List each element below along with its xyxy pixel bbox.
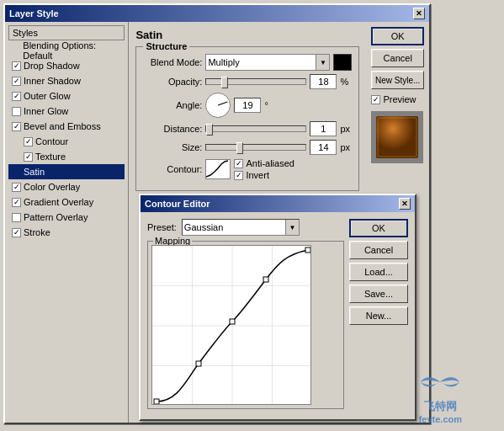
sidebar-item-bevel-emboss[interactable]: Bevel and Emboss: [8, 119, 125, 134]
contour-preview[interactable]: [205, 159, 231, 179]
preset-row: Preset: Gaussian ▼: [147, 219, 344, 236]
invert-label[interactable]: Invert: [234, 170, 294, 180]
sidebar-label-outer-glow: Outer Glow: [24, 91, 71, 101]
svg-rect-10: [230, 319, 235, 324]
svg-rect-9: [196, 361, 201, 366]
anti-aliased-checkbox[interactable]: [234, 159, 243, 168]
contour-close-button[interactable]: ✕: [399, 198, 411, 210]
checkbox-stroke[interactable]: [12, 228, 21, 237]
svg-rect-8: [154, 399, 159, 404]
sidebar-item-gradient-overlay[interactable]: Gradient Overlay: [8, 194, 125, 210]
sidebar-label-blending: Blending Options: Default: [23, 40, 121, 61]
sidebar-label-color-overlay: Color Overlay: [24, 182, 80, 192]
contour-dialog-title: Contour Editor: [145, 199, 210, 209]
sidebar-item-stroke[interactable]: Stroke: [8, 225, 125, 240]
contour-options: Anti-aliased Invert: [234, 158, 294, 180]
contour-save-button[interactable]: Save...: [349, 285, 408, 303]
sidebar-item-pattern-overlay[interactable]: Pattern Overlay: [8, 210, 125, 225]
sidebar-label-pattern-overlay: Pattern Overlay: [24, 212, 88, 222]
dialog-close-button[interactable]: ✕: [413, 8, 425, 19]
checkbox-gradient-overlay[interactable]: [12, 198, 21, 207]
contour-load-button[interactable]: Load...: [349, 263, 408, 281]
mapping-svg: [152, 246, 311, 405]
checkbox-texture[interactable]: [24, 152, 33, 162]
opacity-unit: %: [340, 77, 348, 87]
opacity-label: Opacity:: [143, 77, 202, 87]
cancel-button[interactable]: Cancel: [371, 49, 424, 67]
angle-dial[interactable]: [205, 93, 231, 118]
preset-label: Preset:: [147, 222, 177, 232]
sidebar-item-color-overlay[interactable]: Color Overlay: [8, 179, 125, 194]
dial-indicator: [218, 102, 228, 106]
distance-unit: px: [340, 124, 350, 134]
contour-body: Preset: Gaussian ▼ Mapping: [141, 212, 415, 416]
checkbox-outer-glow[interactable]: [12, 92, 21, 101]
mapping-canvas[interactable]: [151, 245, 311, 405]
anti-aliased-label[interactable]: Anti-aliased: [234, 158, 294, 168]
left-panel: Styles Blending Options: DefaultDrop Sha…: [5, 22, 129, 423]
opacity-slider[interactable]: [205, 78, 306, 85]
blend-color-swatch[interactable]: [333, 54, 352, 71]
sidebar-item-inner-shadow[interactable]: Inner Shadow: [8, 73, 125, 88]
contour-right-panel: OK Cancel Load... Save... New...: [349, 219, 408, 409]
checkbox-color-overlay[interactable]: [12, 183, 21, 192]
styles-header: Styles: [8, 25, 125, 40]
checkbox-inner-shadow[interactable]: [12, 77, 21, 86]
distance-slider[interactable]: [205, 125, 306, 132]
svg-rect-0: [376, 116, 418, 158]
invert-checkbox[interactable]: [234, 171, 243, 180]
anti-aliased-text: Anti-aliased: [246, 158, 294, 168]
sidebar-item-inner-glow[interactable]: Inner Glow: [8, 104, 125, 119]
opacity-row: Opacity: 18 %: [143, 74, 352, 89]
structure-group: Structure Blend Mode: Multiply ▼ Opacity…: [135, 46, 359, 191]
angle-unit: °: [264, 100, 268, 110]
blend-mode-label: Blend Mode:: [143, 57, 202, 67]
distance-thumb[interactable]: [206, 124, 213, 136]
svg-rect-11: [263, 277, 268, 282]
distance-input[interactable]: [310, 121, 337, 136]
preset-dropdown-arrow: ▼: [285, 220, 299, 235]
sidebar-item-outer-glow[interactable]: Outer Glow: [8, 88, 125, 104]
contour-editor-dialog: Contour Editor ✕ Preset: Gaussian ▼ Mapp…: [139, 194, 416, 421]
opacity-thumb[interactable]: [221, 77, 228, 88]
sidebar-label-contour: Contour: [35, 136, 68, 146]
sidebar-label-drop-shadow: Drop Shadow: [24, 61, 80, 71]
sidebar-item-satin[interactable]: Satin: [8, 164, 125, 179]
preview-checkbox[interactable]: [371, 95, 380, 104]
structure-title: Structure: [143, 41, 189, 51]
blend-mode-row: Blend Mode: Multiply ▼: [143, 54, 352, 71]
checkbox-contour[interactable]: [24, 137, 33, 146]
blend-mode-dropdown[interactable]: Multiply ▼: [205, 54, 330, 71]
preview-image: [376, 116, 418, 158]
sidebar-item-texture[interactable]: Texture: [8, 149, 125, 164]
sidebar-item-blending[interactable]: Blending Options: Default: [8, 43, 125, 58]
sidebar-item-contour[interactable]: Contour: [8, 134, 125, 149]
checkbox-pattern-overlay[interactable]: [12, 213, 21, 222]
contour-title-bar: Contour Editor ✕: [141, 195, 415, 212]
preset-dropdown[interactable]: Gaussian ▼: [182, 219, 300, 236]
size-thumb[interactable]: [236, 142, 243, 154]
sidebar-label-inner-shadow: Inner Shadow: [24, 76, 81, 86]
angle-row: Angle: °: [143, 93, 352, 118]
checkbox-drop-shadow[interactable]: [12, 61, 21, 71]
ok-button[interactable]: OK: [371, 27, 424, 45]
sidebar-label-gradient-overlay: Gradient Overlay: [24, 197, 93, 207]
size-slider[interactable]: [205, 144, 306, 151]
checkbox-inner-glow[interactable]: [12, 107, 21, 116]
contour-ok-button[interactable]: OK: [349, 219, 408, 237]
contour-cancel-button[interactable]: Cancel: [349, 241, 408, 259]
contour-new-button[interactable]: New...: [349, 306, 408, 325]
dialog-title: Layer Style: [9, 8, 59, 19]
sidebar-label-texture: Texture: [35, 152, 66, 162]
sidebar-label-bevel-emboss: Bevel and Emboss: [24, 121, 101, 131]
preset-value: Gaussian: [184, 222, 223, 232]
size-input[interactable]: [310, 140, 337, 155]
watermark-text-line1: 飞特网: [419, 399, 462, 414]
angle-input[interactable]: [234, 98, 261, 113]
opacity-input[interactable]: 18: [310, 74, 337, 89]
sidebar-label-satin: Satin: [24, 167, 45, 177]
sidebar-label-inner-glow: Inner Glow: [24, 106, 68, 116]
checkbox-bevel-emboss[interactable]: [12, 122, 21, 131]
blend-mode-arrow: ▼: [316, 55, 329, 70]
new-style-button[interactable]: New Style...: [371, 71, 424, 89]
